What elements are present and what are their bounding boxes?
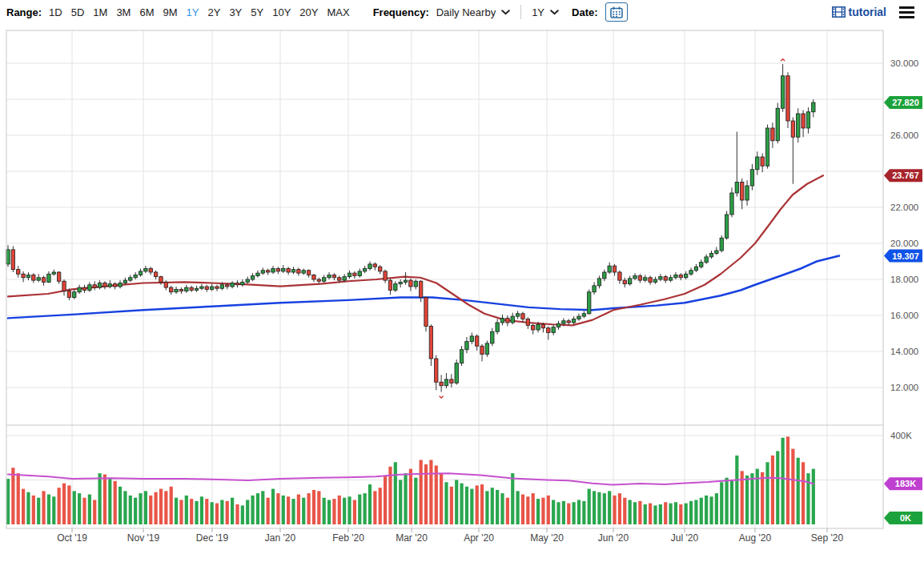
range-option-3m[interactable]: 3M — [116, 6, 131, 18]
svg-text:14.000: 14.000 — [890, 347, 918, 356]
svg-text:May '20: May '20 — [530, 532, 564, 544]
svg-text:16.000: 16.000 — [890, 311, 918, 320]
svg-text:12.000: 12.000 — [890, 383, 918, 392]
range-option-max[interactable]: MAX — [327, 6, 349, 18]
tutorial-link[interactable]: tutorial — [832, 6, 886, 18]
range-option-9m[interactable]: 9M — [163, 6, 178, 18]
range-option-10y[interactable]: 10Y — [272, 6, 291, 18]
svg-text:30.000: 30.000 — [890, 58, 918, 68]
svg-text:Dec '19: Dec '19 — [196, 532, 229, 544]
price-axis-labels: 12.00014.00016.00018.00020.00022.00026.0… — [890, 58, 918, 440]
range-option-1y[interactable]: 1Y — [187, 6, 199, 18]
period-value: 1Y — [532, 6, 544, 18]
period-select[interactable]: 1Y — [532, 6, 559, 18]
toolbar-divider — [520, 5, 521, 19]
svg-text:26.000: 26.000 — [890, 130, 918, 140]
tutorial-label: tutorial — [849, 6, 886, 18]
svg-text:Aug '20: Aug '20 — [739, 532, 772, 544]
toolbar-right-zone: tutorial — [832, 5, 924, 19]
svg-text:Apr '20: Apr '20 — [464, 532, 494, 544]
chart-area: 12.00014.00016.00018.00020.00022.00026.0… — [0, 24, 924, 562]
range-options: 1D5D1M3M6M9M1Y2Y3Y5Y10Y20YMAX — [49, 6, 359, 18]
range-option-3y[interactable]: 3Y — [229, 6, 242, 18]
x-axis-labels: Oct '19Nov '19Dec '19Jan '20Feb '20Mar '… — [57, 532, 843, 544]
film-strip-icon — [832, 6, 846, 18]
range-option-5y[interactable]: 5Y — [251, 6, 263, 18]
chart-canvas[interactable]: 12.00014.00016.00018.00020.00022.00026.0… — [0, 24, 924, 562]
svg-text:19.307: 19.307 — [892, 251, 919, 261]
svg-text:Jul '20: Jul '20 — [671, 532, 699, 544]
svg-text:20.000: 20.000 — [890, 239, 918, 248]
range-option-2y[interactable]: 2Y — [207, 6, 220, 18]
svg-text:Jan '20: Jan '20 — [265, 532, 296, 544]
svg-text:22.000: 22.000 — [890, 203, 918, 212]
svg-text:Sep '20: Sep '20 — [811, 532, 844, 544]
range-option-6m[interactable]: 6M — [139, 6, 154, 18]
range-label: Range: — [6, 6, 42, 18]
volume-ma-value-badge: 183K — [884, 477, 922, 490]
svg-text:23.767: 23.767 — [892, 171, 919, 180]
chevron-down-icon — [501, 10, 510, 15]
range-option-5d[interactable]: 5D — [71, 6, 85, 18]
chart-application: { "toolbar": { "range_label": "Range:", … — [0, 0, 924, 562]
toolbar: Range: 1D5D1M3M6M9M1Y2Y3Y5Y10Y20YMAX Fre… — [0, 0, 924, 24]
svg-text:Jun '20: Jun '20 — [598, 532, 629, 544]
frequency-value: Daily Nearby — [436, 6, 496, 18]
calendar-icon — [610, 6, 623, 18]
hamburger-menu-icon[interactable] — [899, 5, 914, 19]
blue-ma-value-badge: 19.307 — [884, 250, 922, 263]
frequency-select[interactable]: Daily Nearby — [436, 6, 510, 18]
red-ma-value-badge: 23.767 — [884, 169, 922, 182]
svg-text:0K: 0K — [900, 513, 911, 523]
svg-text:Oct '19: Oct '19 — [57, 532, 87, 544]
svg-text:Nov '19: Nov '19 — [127, 532, 160, 544]
svg-text:Feb '20: Feb '20 — [332, 532, 364, 544]
svg-text:18.000: 18.000 — [890, 275, 918, 284]
svg-text:400K: 400K — [890, 431, 912, 440]
frequency-label: Frequency: — [373, 6, 429, 18]
range-option-20y[interactable]: 20Y — [299, 6, 318, 18]
svg-text:27.820: 27.820 — [892, 98, 919, 107]
svg-text:Mar '20: Mar '20 — [396, 532, 428, 544]
x-axis-ticks — [72, 528, 827, 532]
date-picker-button[interactable] — [605, 2, 628, 22]
range-option-1d[interactable]: 1D — [49, 6, 62, 18]
last-price-badge: 27.820 — [884, 96, 922, 109]
range-option-1m[interactable]: 1M — [93, 6, 107, 18]
volume-last-badge: 0K — [884, 512, 922, 524]
chevron-down-icon — [550, 10, 559, 15]
date-label: Date: — [572, 6, 598, 18]
svg-text:183K: 183K — [895, 479, 916, 488]
